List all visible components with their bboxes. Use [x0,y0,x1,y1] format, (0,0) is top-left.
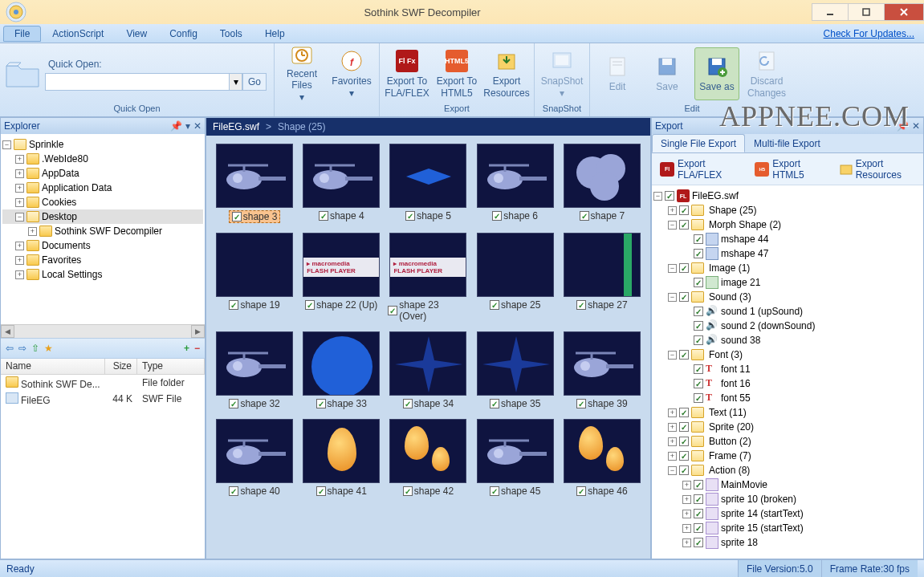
pin-icon[interactable]: 📌 [170,120,182,132]
export-checkbox[interactable]: ✓ [679,205,689,215]
expand-icon[interactable]: + [15,198,24,207]
export-checkbox[interactable]: ✓ [679,451,689,461]
expand-icon[interactable]: + [15,242,24,250]
snapshot-button[interactable]: SnapShot▾ [539,47,584,100]
thumbnail[interactable]: ✓shape 27 [562,233,642,322]
thumbnail-grid[interactable]: ✓shape 3 ✓shape 4 ✓shape 5 ✓shape 6 ✓sha… [206,136,650,559]
save-button[interactable]: Save [645,47,690,100]
up-icon[interactable]: ⇧ [31,343,39,354]
quickopen-dropdown-button[interactable]: ▾ [230,73,242,91]
export-tree-item[interactable]: ✓Tfont 55 [653,391,922,405]
menu-help[interactable]: Help [254,26,296,42]
expand-icon[interactable]: + [668,437,677,446]
expand-icon[interactable]: + [15,270,24,279]
export-tree-item[interactable]: +✓sprite 10 (broken) [653,492,922,506]
thumbnail-checkbox[interactable]: ✓ [403,399,413,408]
thumbnail[interactable]: ✓shape 5 [388,144,468,223]
breadcrumb-file[interactable]: FileEG.swf [213,121,259,132]
thumbnail-checkbox[interactable]: ✓ [490,300,499,310]
export-checkbox[interactable]: ✓ [694,278,703,287]
export-checkbox[interactable]: ✓ [679,350,689,360]
thumbnail-checkbox[interactable]: ✓ [490,486,499,496]
export-checkbox[interactable]: ✓ [694,307,703,316]
export-checkbox[interactable]: ✓ [694,234,703,244]
go-button[interactable]: Go [242,73,267,91]
expand-icon[interactable]: − [2,140,11,149]
thumbnail-checkbox[interactable]: ✓ [229,300,238,310]
export-fla-action[interactable]: FlExport FLA/FLEX [660,158,735,181]
thumbnail[interactable]: ✓shape 46 [562,419,642,497]
tab-multi-export[interactable]: Multi-file Export [745,134,829,152]
export-checkbox[interactable]: ✓ [679,408,689,417]
check-updates-link[interactable]: Check For Updates... [824,28,921,39]
export-checkbox[interactable]: ✓ [694,335,703,345]
thumbnail[interactable]: ✓shape 4 [301,144,381,223]
thumbnail[interactable]: ✓shape 3 [214,144,295,223]
thumbnail-checkbox[interactable]: ✓ [229,486,238,496]
export-checkbox[interactable]: ✓ [694,480,703,490]
thumbnail[interactable]: ✓shape 32 [214,331,295,409]
export-checkbox[interactable]: ✓ [694,364,703,374]
thumbnail[interactable]: ✓shape 6 [475,144,556,223]
save-as-button[interactable]: Save as [694,47,739,100]
expand-icon[interactable]: − [668,264,677,273]
file-list[interactable]: Sothink SWF De...File folderFileEG44 KSW… [1,375,205,559]
tree-item[interactable]: +Cookies [2,195,203,209]
thumbnail-checkbox[interactable]: ✓ [305,300,315,310]
tree-item[interactable]: +Application Data [2,181,203,195]
star-icon[interactable]: ★ [44,343,53,354]
export-tree-item[interactable]: ✓Tfont 16 [653,376,922,391]
export-tree-item[interactable]: −✓Action (8) [653,463,922,477]
menu-actionscript[interactable]: ActionScript [41,26,115,42]
export-checkbox[interactable]: ✓ [694,494,703,504]
export-checkbox[interactable]: ✓ [679,263,689,273]
expand-icon[interactable]: − [668,351,677,360]
quickopen-input[interactable] [45,73,230,91]
thumbnail-checkbox[interactable]: ✓ [229,399,238,408]
expand-icon[interactable]: + [682,495,691,504]
recent-files-button[interactable]: Recent Files▾ [279,47,324,100]
col-size[interactable]: Size [105,359,137,374]
menu-tools[interactable]: Tools [209,26,254,42]
export-fla-button[interactable]: Fl FxExport To FLA/FLEX [385,47,429,100]
breadcrumb-category[interactable]: Shape (25) [278,121,325,132]
close-button[interactable] [884,3,924,21]
expand-icon[interactable]: + [15,155,24,164]
export-tree-item[interactable]: ✓mshape 44 [653,232,922,246]
tree-item[interactable]: +AppData [2,166,203,181]
close-panel-icon[interactable]: ✕ [912,120,920,132]
expand-icon[interactable]: + [15,184,24,193]
menu-view[interactable]: View [115,26,158,42]
export-tree-item[interactable]: +✓Shape (25) [653,203,922,217]
thumbnail[interactable]: ✓shape 19 [214,233,295,322]
thumbnail[interactable]: ✓shape 42 [388,419,468,497]
export-tree-item[interactable]: +✓sprite 14 (startText) [653,506,922,521]
export-tree-item[interactable]: ✓🔊sound 1 (upSound) [653,304,922,319]
thumbnail[interactable]: ✓shape 40 [214,419,295,497]
export-tree-item[interactable]: −✓Morph Shape (2) [653,217,922,232]
export-checkbox[interactable]: ✓ [679,437,689,446]
thumbnail[interactable]: ✓shape 35 [475,331,556,409]
scroll-left-icon[interactable]: ◀ [1,325,14,338]
tree-item[interactable]: +.WebIde80 [2,152,203,166]
export-tree-item[interactable]: −✓FLFileEG.swf [653,189,922,203]
export-checkbox[interactable]: ✓ [694,379,703,388]
expand-icon[interactable]: + [15,256,24,265]
export-html5-button[interactable]: HTML5Export To HTML5 [434,47,479,100]
expand-icon[interactable]: + [668,423,677,432]
export-tree-item[interactable]: ✓🔊sound 38 [653,333,922,347]
export-checkbox[interactable]: ✓ [694,509,703,518]
forward-icon[interactable]: ⇨ [18,343,26,354]
col-type[interactable]: Type [137,359,205,374]
expand-icon[interactable]: − [15,213,24,221]
thumbnail-checkbox[interactable]: ✓ [388,306,397,315]
favorites-button[interactable]: fFavorites▾ [329,47,374,100]
list-item[interactable]: FileEG44 KSWF File [1,391,205,407]
list-item[interactable]: Sothink SWF De...File folder [1,375,205,391]
tree-item[interactable]: +Documents [2,238,203,253]
tree-item[interactable]: +Favorites [2,253,203,267]
remove-icon[interactable]: − [194,343,200,354]
export-tree-item[interactable]: ✓mshape 47 [653,246,922,261]
thumbnail[interactable]: ✓shape 7 [562,144,642,223]
expand-icon[interactable]: − [668,466,677,475]
